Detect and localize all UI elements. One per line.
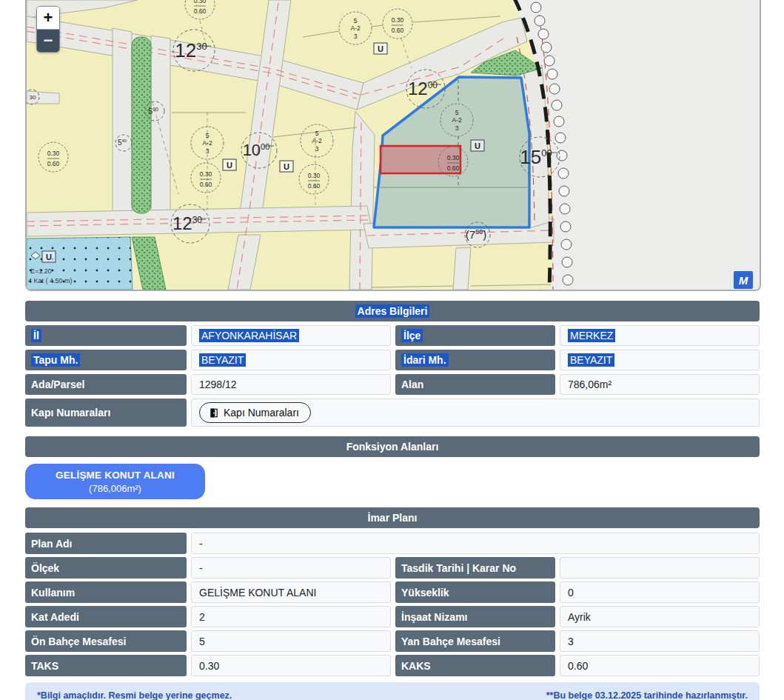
map-blue-zone: E=1.20 4 Kat ( 4.50 m) bbox=[27, 237, 133, 290]
plan-adi-label: Plan Adı bbox=[25, 533, 187, 554]
yukseklik-label: Yükseklik bbox=[395, 581, 555, 603]
on-bahce-label: Ön Bahçe Mesafesi bbox=[25, 630, 187, 652]
zoning-map-card: E=1.20 4 Kat ( 4.50 m) bbox=[25, 0, 761, 291]
svg-text:U: U bbox=[227, 161, 232, 170]
tasdik-tarihi-value bbox=[560, 557, 760, 579]
svg-text:U: U bbox=[46, 253, 52, 261]
plan-adi-value: - bbox=[191, 533, 760, 554]
table-row: Kapı Numaraları Kapı Numaraları bbox=[25, 399, 760, 427]
tapu-mh-label: Tapu Mh. bbox=[25, 350, 187, 370]
insaat-nizami-label: İnşaat Nizamı bbox=[395, 606, 555, 627]
kaks-label: KAKS bbox=[395, 655, 555, 676]
kapi-numaralari-cell: Kapı Numaraları bbox=[191, 399, 760, 427]
kat-adedi-value: 2 bbox=[191, 606, 391, 627]
svg-text:30: 30 bbox=[30, 94, 36, 101]
disclaimer-left-text: *Bilgi amaçlıdır. Resmi belge yerine geç… bbox=[37, 690, 232, 700]
svg-text:U: U bbox=[475, 141, 480, 150]
table-row: İl AFYONKARAHİSAR İlçe MERKEZ bbox=[25, 325, 760, 346]
imar-section-title: İmar Planı bbox=[368, 512, 418, 524]
table-row: Plan Adı - bbox=[25, 533, 760, 554]
svg-text:U: U bbox=[284, 162, 289, 171]
table-row: Ada/Parsel 1298/12 Alan 786,06m² bbox=[25, 374, 760, 395]
table-row: TAKS 0.30 KAKS 0.60 bbox=[25, 655, 760, 676]
zoom-in-button[interactable]: + bbox=[37, 7, 59, 30]
svg-text:0.300.60: 0.300.60 bbox=[194, 0, 207, 15]
table-row: Kat Adedi 2 İnşaat Nizamı Ayrik bbox=[25, 606, 760, 627]
ilce-value: MERKEZ bbox=[560, 325, 760, 346]
table-row: Ölçek - Tasdik Tarihi | Karar No bbox=[25, 557, 760, 579]
functions-section-header: Fonksiyon Alanları bbox=[25, 436, 760, 457]
idari-mh-value: BEYAZIT bbox=[560, 350, 760, 370]
ada-parsel-value: 1298/12 bbox=[191, 374, 391, 395]
imar-section-header: İmar Planı bbox=[25, 507, 760, 528]
address-section-header: Adres Bilgileri bbox=[25, 301, 760, 321]
alan-value: 786,06m² bbox=[560, 374, 760, 395]
ada-parsel-label: Ada/Parsel bbox=[25, 374, 187, 395]
zoom-out-button[interactable]: − bbox=[37, 30, 59, 52]
kaks-value: 0.60 bbox=[560, 655, 760, 676]
tapu-mh-value: BEYAZIT bbox=[191, 350, 391, 370]
disclaimer-right-text: **Bu belge 03.12.2025 tarihinde hazırlan… bbox=[546, 690, 748, 700]
ilce-label: İlçe bbox=[395, 325, 555, 346]
function-area-button[interactable]: GELİŞME KONUT ALANI (786,006m²) bbox=[25, 464, 205, 499]
zoning-map-canvas[interactable]: E=1.20 4 Kat ( 4.50 m) bbox=[27, 0, 760, 290]
blue-zone-e-label: E=1.20 bbox=[30, 267, 52, 275]
il-label: İl bbox=[25, 325, 187, 346]
table-row: Ön Bahçe Mesafesi 5 Yan Bahçe Mesafesi 3 bbox=[25, 630, 760, 652]
table-row: Kullanım GELİŞME KONUT ALANI Yükseklik 0 bbox=[25, 581, 760, 603]
olcek-label: Ölçek bbox=[25, 557, 187, 579]
address-section-title: Adres Bilgileri bbox=[355, 304, 430, 318]
yan-bahce-label: Yan Bahçe Mesafesi bbox=[395, 630, 555, 652]
kapi-numaralari-button[interactable]: Kapı Numaraları bbox=[199, 402, 311, 423]
taks-label: TAKS bbox=[25, 655, 187, 676]
yukseklik-value: 0 bbox=[560, 581, 760, 603]
disclaimer-bar: *Bilgi amaçlıdır. Resmi belge yerine geç… bbox=[25, 682, 760, 700]
map-zoom-control: + − bbox=[36, 6, 60, 53]
kat-adedi-label: Kat Adedi bbox=[25, 606, 187, 627]
olcek-value: - bbox=[191, 557, 391, 579]
page-content: E=1.20 4 Kat ( 4.50 m) bbox=[25, 0, 760, 700]
map-attribution-logo[interactable]: M bbox=[734, 271, 753, 289]
tasdik-tarihi-label: Tasdik Tarihi | Karar No bbox=[395, 557, 555, 579]
il-value: AFYONKARAHİSAR bbox=[191, 325, 391, 346]
svg-text:U: U bbox=[378, 44, 383, 53]
door-icon bbox=[208, 407, 219, 419]
kullanim-label: Kullanım bbox=[25, 581, 187, 603]
kapi-numaralari-label: Kapı Numaraları bbox=[25, 399, 187, 427]
taks-value: 0.30 bbox=[191, 655, 391, 676]
on-bahce-value: 5 bbox=[191, 630, 391, 652]
insaat-nizami-value: Ayrik bbox=[560, 606, 760, 627]
functions-section-title: Fonksiyon Alanları bbox=[346, 441, 439, 453]
yan-bahce-value: 3 bbox=[560, 630, 760, 652]
kullanim-value: GELİŞME KONUT ALANI bbox=[191, 581, 391, 603]
alan-label: Alan bbox=[395, 374, 555, 395]
blue-zone-kat-label: 4 Kat ( 4.50 m) bbox=[28, 277, 73, 284]
table-row: Tapu Mh. BEYAZIT İdari Mh. BEYAZIT bbox=[25, 350, 760, 370]
idari-mh-label: İdari Mh. bbox=[395, 350, 555, 370]
